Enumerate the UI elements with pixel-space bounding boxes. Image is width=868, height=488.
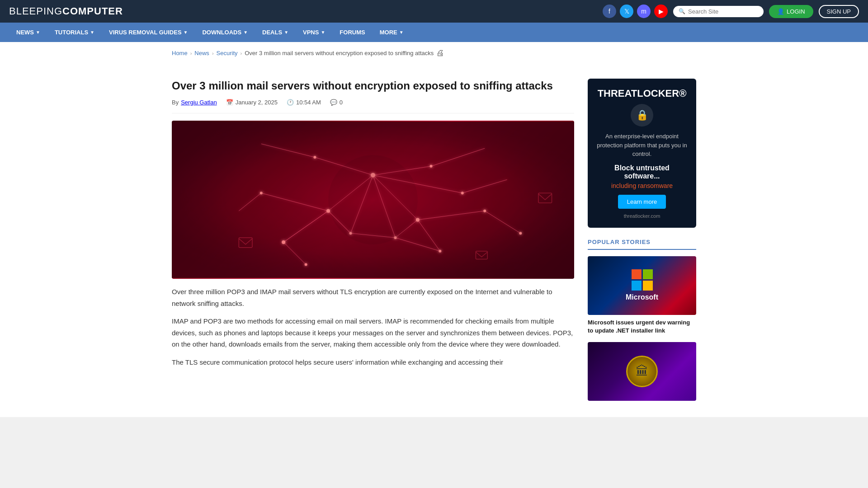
ad-highlight: including ransomware <box>597 182 687 189</box>
content-area: Over 3 million mail servers without encr… <box>172 79 574 408</box>
youtube-icon[interactable]: ▶ <box>654 5 668 18</box>
print-icon[interactable]: 🖨 <box>436 48 444 58</box>
ad-url: threatlocker.com <box>597 213 687 219</box>
sidebar: THREATLOCKER® 🔒 An enterprise-level endp… <box>588 79 696 408</box>
breadcrumb-security[interactable]: Security <box>217 50 238 56</box>
story-image-2: 🏛 <box>588 342 696 401</box>
svg-point-30 <box>282 240 285 244</box>
breadcrumb-sep-2: › <box>212 51 214 56</box>
ad-learn-more-button[interactable]: Learn more <box>618 195 666 209</box>
meta-author: By Sergiu Gatlan <box>172 99 217 106</box>
article-paragraph-1: Over three million POP3 and IMAP mail se… <box>172 286 574 309</box>
nav-downloads-arrow: ▼ <box>243 30 248 35</box>
ad-block[interactable]: THREATLOCKER® 🔒 An enterprise-level endp… <box>588 79 696 228</box>
breadcrumb-current: Over 3 million mail servers without encr… <box>245 50 434 56</box>
article-body: Over three million POP3 and IMAP mail se… <box>172 286 574 368</box>
svg-point-35 <box>483 210 486 212</box>
svg-point-38 <box>305 263 307 266</box>
story-title-1: Microsoft issues urgent dev warning to u… <box>588 319 696 335</box>
main-nav: NEWS ▼ TUTORIALS ▼ VIRUS REMOVAL GUIDES … <box>0 23 868 42</box>
breadcrumb-area: Home › News › Security › Over 3 million … <box>163 42 705 70</box>
mastodon-icon[interactable]: m <box>637 5 651 18</box>
nav-deals-arrow: ▼ <box>284 30 288 35</box>
facebook-icon[interactable]: f <box>603 5 616 18</box>
search-box[interactable]: 🔍 <box>673 6 764 17</box>
ad-brand-logo: THREATLOCKER® <box>597 88 687 99</box>
main-container: Over 3 million mail servers without encr… <box>163 70 705 417</box>
social-icons: f 𝕏 m ▶ <box>603 5 668 18</box>
ad-description: An enterprise-level endpoint protection … <box>597 132 687 159</box>
breadcrumb-home[interactable]: Home <box>172 50 188 56</box>
article-paragraph-2: IMAP and POP3 are two methods for access… <box>172 315 574 350</box>
nav-deals[interactable]: DEALS ▼ <box>255 23 296 42</box>
article-paragraph-3: The TLS secure communication protocol he… <box>172 357 574 368</box>
search-icon: 🔍 <box>679 8 685 14</box>
header-right: f 𝕏 m ▶ 🔍 👤 LOGIN SIGN UP <box>603 5 859 18</box>
microsoft-logo <box>632 269 653 291</box>
nav-more-arrow: ▼ <box>399 30 404 35</box>
page-wrapper: Home › News › Security › Over 3 million … <box>0 42 868 417</box>
calendar-icon: 📅 <box>226 99 233 106</box>
comment-icon: 💬 <box>330 99 337 106</box>
author-link[interactable]: Sergiu Gatlan <box>181 99 217 106</box>
breadcrumb: Home › News › Security › Over 3 million … <box>172 48 444 62</box>
svg-point-34 <box>461 192 464 194</box>
signup-button[interactable]: SIGN UP <box>819 5 859 18</box>
nav-vpns-arrow: ▼ <box>321 30 325 35</box>
user-icon: 👤 <box>777 8 784 15</box>
nav-tutorials-arrow: ▼ <box>90 30 94 35</box>
network-animation-svg <box>172 121 574 279</box>
popular-stories: POPULAR STORIES <box>588 239 696 401</box>
breadcrumb-sep-3: › <box>241 51 242 56</box>
search-input[interactable] <box>688 8 758 15</box>
svg-point-27 <box>416 218 420 222</box>
ms-logo-yellow <box>643 281 653 291</box>
nav-news[interactable]: NEWS ▼ <box>9 23 47 42</box>
ad-headline: Block untrusted software... <box>597 164 687 180</box>
meta-comments[interactable]: 💬 0 <box>330 99 343 106</box>
microsoft-text: Microsoft <box>626 293 658 301</box>
login-button[interactable]: 👤 LOGIN <box>769 5 813 18</box>
svg-point-42 <box>328 155 418 244</box>
nav-downloads[interactable]: DOWNLOADS ▼ <box>195 23 255 42</box>
story-card-1[interactable]: Microsoft Microsoft issues urgent dev wa… <box>588 256 696 335</box>
ms-logo-blue <box>632 281 642 291</box>
ms-logo-green <box>643 269 653 279</box>
meta-time: 🕐 10:54 AM <box>287 99 321 106</box>
nav-vpns[interactable]: VPNS ▼ <box>296 23 332 42</box>
svg-point-32 <box>313 156 316 159</box>
nav-forums[interactable]: FORUMS <box>332 23 372 42</box>
nav-news-arrow: ▼ <box>36 30 40 35</box>
nav-virus-removal[interactable]: VIRUS REMOVAL GUIDES ▼ <box>102 23 195 42</box>
svg-point-36 <box>260 192 263 194</box>
ad-lock-icon: 🔒 <box>631 104 653 127</box>
svg-point-37 <box>519 232 522 235</box>
treasury-bg: 🏛 <box>588 342 696 401</box>
nav-virus-arrow: ▼ <box>184 30 188 35</box>
meta-date: 📅 January 2, 2025 <box>226 99 278 106</box>
svg-point-31 <box>439 250 441 253</box>
nav-tutorials[interactable]: TUTORIALS ▼ <box>47 23 102 42</box>
nav-more[interactable]: MORE ▼ <box>373 23 411 42</box>
popular-stories-heading: POPULAR STORIES <box>588 239 696 250</box>
breadcrumb-sep-1: › <box>190 51 192 56</box>
site-logo[interactable]: BLEEPINGCOMPUTER <box>9 5 123 17</box>
breadcrumb-news[interactable]: News <box>194 50 209 56</box>
logo-bold: COMPUTER <box>62 5 123 17</box>
ms-logo-red <box>632 269 642 279</box>
story-image-1: Microsoft <box>588 256 696 315</box>
treasury-seal: 🏛 <box>626 356 658 387</box>
article-meta: By Sergiu Gatlan 📅 January 2, 2025 🕐 10:… <box>172 99 574 113</box>
twitter-icon[interactable]: 𝕏 <box>620 5 633 18</box>
clock-icon: 🕐 <box>287 99 294 106</box>
site-header: BLEEPINGCOMPUTER f 𝕏 m ▶ 🔍 👤 LOGIN SIGN … <box>0 0 868 23</box>
story-card-2[interactable]: 🏛 <box>588 342 696 401</box>
svg-point-33 <box>430 165 433 168</box>
article-hero-image <box>172 121 574 279</box>
logo-light: BLEEPING <box>9 5 62 17</box>
microsoft-bg: Microsoft <box>588 256 696 315</box>
article-title: Over 3 million mail servers without encr… <box>172 79 574 93</box>
